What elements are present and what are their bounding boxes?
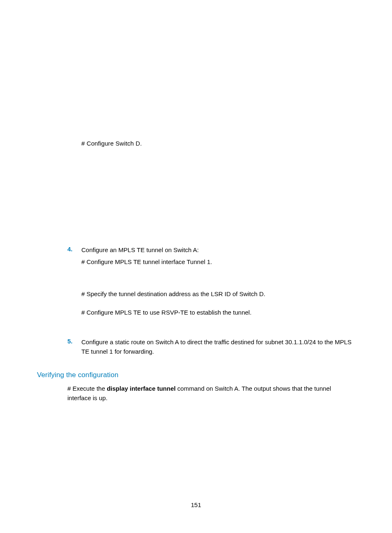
step-title: Configure an MPLS TE tunnel on Switch A: [81, 246, 265, 255]
step-text: Configure a static route on Switch A to … [81, 338, 352, 355]
section-body: # Execute the display interface tunnel c… [67, 384, 355, 403]
page-number: 151 [0, 501, 392, 508]
list-number: 5. [67, 338, 81, 356]
step-line: # Configure MPLS TE tunnel interface Tun… [81, 257, 265, 267]
step-line: # Specify the tunnel destination address… [81, 290, 265, 299]
list-content: Configure a static route on Switch A to … [81, 338, 355, 356]
body-pre: # Execute the [67, 385, 107, 392]
text-line: # Configure Switch D. [81, 140, 142, 147]
section-heading-verifying: Verifying the configuration [37, 371, 355, 379]
heading-text: Verifying the configuration [37, 371, 118, 379]
list-item-5: 5. Configure a static route on Switch A … [67, 338, 355, 356]
list-number: 4. [67, 246, 81, 317]
paragraph-configure-switch-d: # Configure Switch D. [81, 139, 355, 148]
document-page: # Configure Switch D. 4. Configure an MP… [0, 0, 392, 403]
body-bold-command: display interface tunnel [107, 385, 176, 392]
step-line: # Configure MPLS TE to use RSVP-TE to es… [81, 308, 265, 317]
list-content: Configure an MPLS TE tunnel on Switch A:… [81, 246, 265, 317]
list-item-4: 4. Configure an MPLS TE tunnel on Switch… [67, 246, 355, 317]
